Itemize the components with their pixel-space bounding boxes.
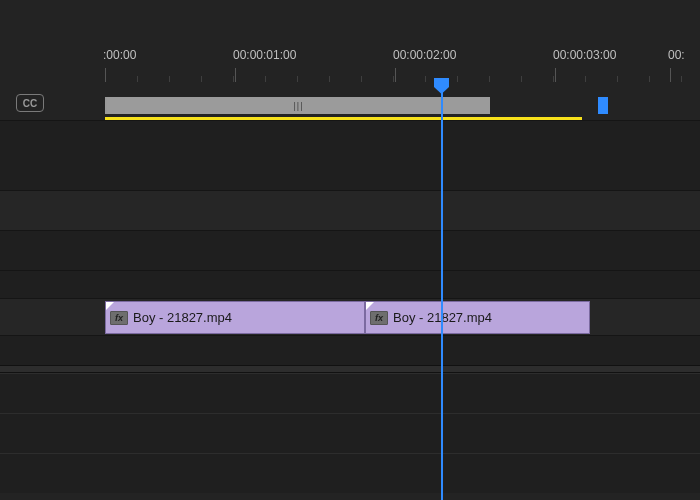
ruler-tick-label: 00:00:03:00 (553, 48, 616, 62)
video-clip-track[interactable]: fx Boy - 21827.mp4 fx Boy - 21827.mp4 (0, 298, 700, 335)
cc-label: CC (23, 98, 37, 109)
audio-track-a2[interactable] (0, 413, 700, 453)
clip-in-handle-icon (366, 302, 374, 310)
track-spacer (0, 335, 700, 365)
video-clip[interactable]: fx Boy - 21827.mp4 (105, 301, 365, 334)
video-track-v2[interactable] (0, 120, 700, 190)
tracks-area: fx Boy - 21827.mp4 fx Boy - 21827.mp4 (0, 120, 700, 500)
ruler-tick-label: 00:00:02:00 (393, 48, 456, 62)
clip-in-handle-icon (106, 302, 114, 310)
work-area-range[interactable]: ||| (105, 97, 490, 114)
audio-video-divider[interactable] (0, 365, 700, 373)
ruler-labels: :00:00 00:00:01:00 00:00:02:00 00:00:03:… (105, 48, 700, 66)
time-ruler[interactable]: :00:00 00:00:01:00 00:00:02:00 00:00:03:… (105, 48, 700, 88)
clip-label: Boy - 21827.mp4 (393, 310, 492, 325)
playhead-handle-icon[interactable] (433, 78, 450, 94)
audio-track-a1[interactable] (0, 373, 700, 413)
work-area-bar[interactable]: ||| (105, 97, 700, 114)
ruler-ticks (105, 68, 700, 84)
timeline-panel: CC :00:00 00:00:01:00 00:00:02:00 00:00:… (0, 0, 700, 500)
work-area-out-handle[interactable] (598, 97, 608, 114)
captions-toggle[interactable]: CC (16, 94, 44, 112)
video-track-v1[interactable] (0, 190, 700, 230)
audio-track-a3[interactable] (0, 453, 700, 493)
ruler-tick-label: 00:00:01:00 (233, 48, 296, 62)
clip-label: Boy - 21827.mp4 (133, 310, 232, 325)
fx-badge[interactable]: fx (110, 311, 128, 325)
video-track-spacer[interactable] (0, 270, 700, 298)
fx-badge[interactable]: fx (370, 311, 388, 325)
ruler-tick-label: 00: (668, 48, 685, 62)
ruler-tick-label: :00:00 (103, 48, 136, 62)
video-clip[interactable]: fx Boy - 21827.mp4 (365, 301, 590, 334)
playhead[interactable] (441, 84, 443, 500)
video-track-v0[interactable] (0, 230, 700, 270)
grip-icon: ||| (293, 101, 303, 111)
